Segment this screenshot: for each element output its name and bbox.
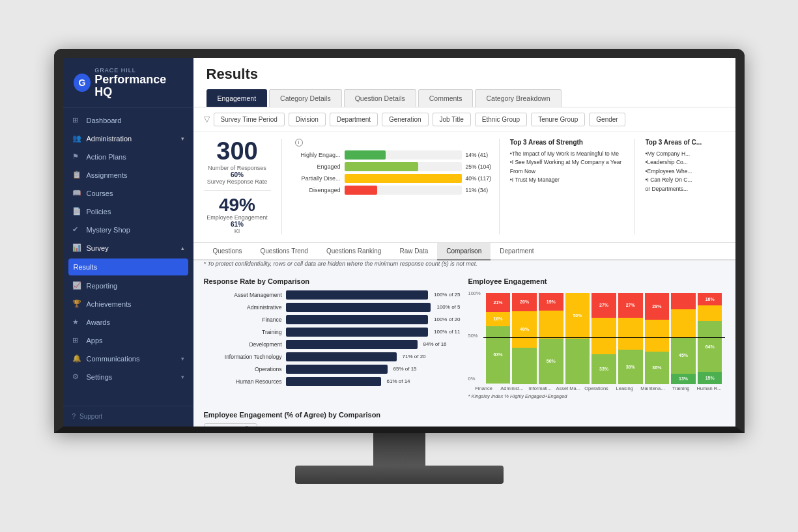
eng-bar-outer [345,150,462,160]
subtab-department[interactable]: Department [491,243,543,260]
sidebar-item-communications[interactable]: 🔔 Communications ▾ [63,350,193,368]
sidebar-item-apps[interactable]: ⊞ Apps [63,331,193,350]
sidebar-item-administration[interactable]: 👥 Administration ▾ [63,130,193,148]
stacked-segment: 15% [698,372,722,384]
bar-fill [286,315,429,324]
tab-category-breakdown[interactable]: Category Breakdown [475,89,561,107]
segment-label: 33% [599,367,608,371]
stacked-col: 16%64%15% [698,293,722,384]
segment-label: 20% [520,300,529,304]
sidebar-label-survey: Survey [87,244,109,252]
segment-label: 21% [494,300,503,305]
book-icon: 📖 [72,189,81,198]
response-bar-row: Asset Management 100% of 25 [204,290,461,300]
sidebar-item-courses[interactable]: 📖 Courses [63,184,193,203]
segment-label: 16% [494,316,503,321]
sidebar-item-mystery-shop[interactable]: ✔ Mystery Shop [63,221,193,239]
bell-icon: 🔔 [72,354,81,363]
stacked-segment: 50% [565,293,590,339]
subtab-questions-trend[interactable]: Questions Trend [251,243,317,260]
sidebar-label-policies: Policies [87,208,111,216]
grid-icon: ⊞ [72,116,81,125]
stat-number-responses: 300 [204,139,271,163]
strength-item: •I Trust My Manager [510,176,629,185]
bar-label: Administrative [204,304,282,311]
filters-row: ▽ Survey Time Period Division Department… [193,107,735,132]
tab-question-details[interactable]: Question Details [344,89,416,107]
emp-engagement-title: Employee Engagement [468,277,725,285]
filter-survey-time[interactable]: Survey Time Period [214,113,285,126]
sidebar-item-policies[interactable]: 📄 Policies [63,203,193,221]
dept-filter[interactable]: Department 🔍 [204,423,258,427]
sidebar-item-achievements[interactable]: 🏆 Achievements [63,295,193,313]
sidebar-item-reporting[interactable]: 📈 Reporting [63,277,193,295]
support-label: Support [79,413,102,420]
filter-generation[interactable]: Generation [382,113,428,126]
stacked-segment: 50% [539,339,563,384]
subtab-questions-ranking[interactable]: Questions Ranking [317,243,391,260]
eng-bar-outer [345,162,462,171]
bar-chart-icon: 📈 [72,281,81,290]
sidebar-item-results[interactable]: Results [68,259,188,275]
tab-engagement[interactable]: Engagement [207,89,268,107]
sidebar-label-results: Results [74,263,98,271]
response-bar-row: Training 100% of 11 [204,328,461,337]
engagement-bar-row: Highly Engag... 14% (41) [295,150,491,160]
stacked-segment: 20% [512,293,537,311]
sidebar-item-dashboard[interactable]: ⊞ Dashboard [63,111,193,130]
stacked-segment [539,311,563,339]
stat-ki: 61% [204,221,271,228]
strength-items-2: •My Company H...•Leadership Co...•Employ… [646,150,720,194]
sidebar-item-settings[interactable]: ⚙ Settings ▾ [63,368,193,386]
sidebar-item-action-plans[interactable]: ⚑ Action Plans [63,148,193,166]
stat-label-responses: Number of Responses [204,165,271,171]
subtab-raw-data[interactable]: Raw Data [390,243,437,260]
segment-label: 50% [573,313,582,318]
filter-gender[interactable]: Gender [589,113,625,126]
stacked-chart-container: 21%16%63%20%40%19%50%50%27%33%27%38%29%3… [483,290,725,384]
stat-responses: 300 Number of Responses 60% Survey Respo… [204,139,271,185]
bottom-section: Employee Engagement (% of Agree) by Comp… [193,406,735,427]
bar-label: Development [204,341,282,348]
y-axis: 100% 50% 0% [468,290,481,382]
tab-category-details[interactable]: Category Details [269,89,342,107]
filter-tenure-group[interactable]: Tenure Group [531,113,585,126]
sidebar-item-assignments[interactable]: 📋 Assignments [63,166,193,184]
subtab-questions[interactable]: Questions [204,243,251,260]
filter-icon: ▽ [204,115,210,124]
sidebar-item-survey[interactable]: 📊 Survey ▴ [63,239,193,257]
stacked-bar: 21%16%63% [486,293,511,384]
subtab-comparison[interactable]: Comparison [437,243,491,260]
stacked-segment: 64% [698,321,722,372]
stacked-col: 50% [565,293,590,384]
stacked-bar: 27%33% [591,293,616,384]
sidebar-label-apps: Apps [87,337,103,344]
filter-ethnic-group[interactable]: Ethnic Group [475,113,527,126]
bar-value: 100% of 20 [434,316,460,322]
stacked-bar: 27%38% [618,293,643,384]
response-bar-row: Human Resources 61% of 14 [204,377,461,386]
x-label: Training [668,385,694,391]
stat-response-rate-label: Survey Response Rate [204,178,271,185]
segment-label: 16% [705,297,715,301]
segment-label: 27% [626,303,635,307]
charts-row: Response Rate by Comparison Asset Manage… [193,271,735,406]
sidebar-logo: G Grace Hill Performance HQ [63,58,193,108]
filter-department[interactable]: Department [330,113,378,126]
filter-job-title[interactable]: Job Title [433,113,471,126]
sidebar-support[interactable]: ? Support [63,406,193,427]
monitor-screen: G Grace Hill Performance HQ ⊞ Dashboard … [54,49,745,433]
x-label: Leasing [612,385,638,391]
sidebar-item-awards[interactable]: ★ Awards [63,313,193,331]
sidebar-label-courses: Courses [87,189,113,197]
filter-division[interactable]: Division [289,113,326,126]
trophy-icon: 🏆 [72,300,81,309]
x-label: Administ... [499,385,525,391]
tab-comments[interactable]: Comments [418,89,474,107]
sidebar-label-dashboard: Dashboard [87,117,122,124]
bar-fill [286,340,418,349]
eng-bar-text: 25% (104) [466,163,491,170]
x-label: Human R... [696,385,722,391]
stacked-segment: 21% [486,293,511,312]
bar-fill [286,303,431,312]
